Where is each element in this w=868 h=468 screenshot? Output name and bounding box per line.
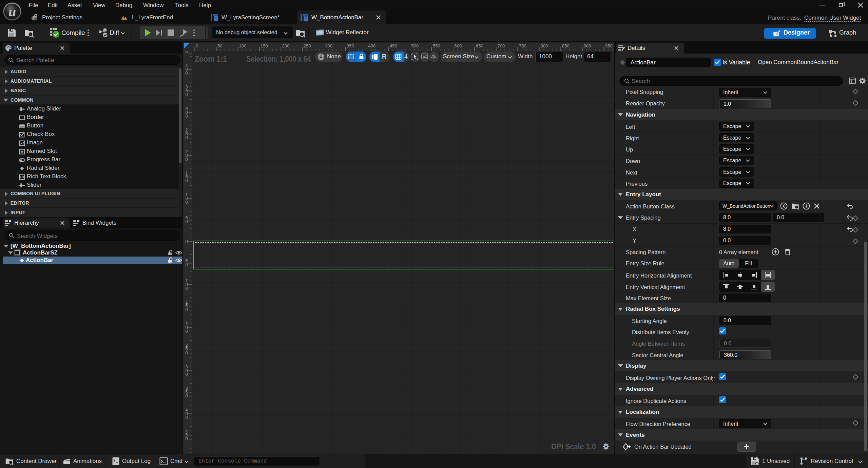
svg-text:u: u [8,4,16,19]
